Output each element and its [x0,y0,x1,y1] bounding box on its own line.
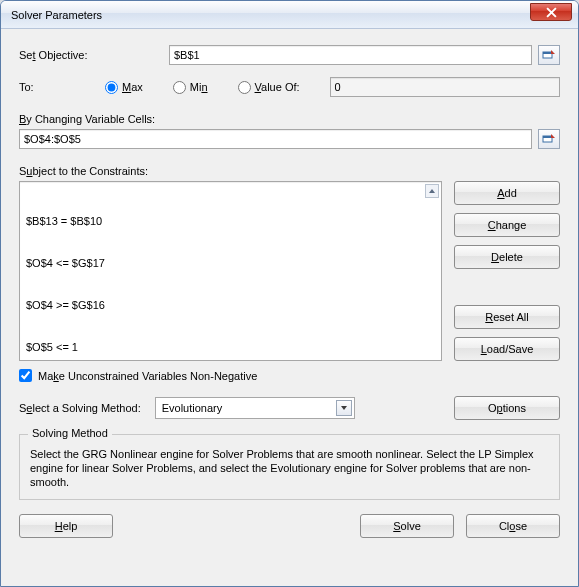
delete-button[interactable]: Delete [454,245,560,269]
close-icon [546,7,557,18]
scroll-up-icon[interactable] [425,184,439,198]
radio-min[interactable]: Min [173,81,208,94]
svg-rect-3 [543,136,552,138]
changing-refedit-button[interactable] [538,129,560,149]
radio-min-label: Min [190,81,208,93]
radio-valueof-input[interactable] [238,81,251,94]
method-value: Evolutionary [162,402,223,414]
close-button[interactable]: Close [466,514,560,538]
radio-max-input[interactable] [105,81,118,94]
method-combobox[interactable]: Evolutionary [155,397,355,419]
changing-cells-label: By Changing Variable Cells: [19,113,560,125]
nonneg-label: Make Unconstrained Variables Non-Negativ… [38,370,257,382]
refedit-icon [542,132,556,146]
refedit-icon [542,48,556,62]
reset-all-button[interactable]: Reset All [454,305,560,329]
constraints-listbox[interactable]: $B$13 = $B$10 $O$4 <= $G$17 $O$4 >= $G$1… [19,181,442,361]
objective-refedit-button[interactable] [538,45,560,65]
constraints-label: Subject to the Constraints: [19,165,560,177]
solving-method-group: Solving Method Select the GRG Nonlinear … [19,434,560,500]
radio-valueof-label: Value Of: [255,81,300,93]
method-label: Select a Solving Method: [19,402,141,414]
to-label: To: [19,81,75,93]
group-title: Solving Method [28,427,112,439]
window-close-button[interactable] [530,3,572,21]
radio-max[interactable]: Max [105,81,143,94]
options-button[interactable]: Options [454,396,560,420]
solver-dialog: Solver Parameters Set Objective: $B$1 To… [0,0,579,587]
dialog-body: Set Objective: $B$1 To: Max Min Value Of… [1,29,578,586]
constraint-item[interactable]: $O$4 <= $G$17 [26,256,435,270]
titlebar[interactable]: Solver Parameters [1,1,578,29]
constraint-item[interactable]: $O$4 >= $G$16 [26,298,435,312]
changing-cells-input[interactable]: $O$4:$O$5 [19,129,532,149]
set-objective-label: Set Objective: [19,49,169,61]
window-title: Solver Parameters [11,9,102,21]
help-button[interactable]: Help [19,514,113,538]
nonneg-checkbox[interactable] [19,369,32,382]
radio-valueof[interactable]: Value Of: [238,81,300,94]
chevron-down-icon[interactable] [336,400,352,416]
radio-min-input[interactable] [173,81,186,94]
constraint-item[interactable]: $B$13 = $B$10 [26,214,435,228]
change-button[interactable]: Change [454,213,560,237]
group-body: Select the GRG Nonlinear engine for Solv… [30,447,549,489]
svg-rect-1 [543,52,552,54]
valueof-input[interactable]: 0 [330,77,560,97]
constraint-item[interactable]: $O$5 <= 1 [26,340,435,354]
add-button[interactable]: Add [454,181,560,205]
objective-input[interactable]: $B$1 [169,45,532,65]
radio-max-label: Max [122,81,143,93]
nonneg-checkbox-row[interactable]: Make Unconstrained Variables Non-Negativ… [19,369,560,382]
solve-button[interactable]: Solve [360,514,454,538]
load-save-button[interactable]: Load/Save [454,337,560,361]
